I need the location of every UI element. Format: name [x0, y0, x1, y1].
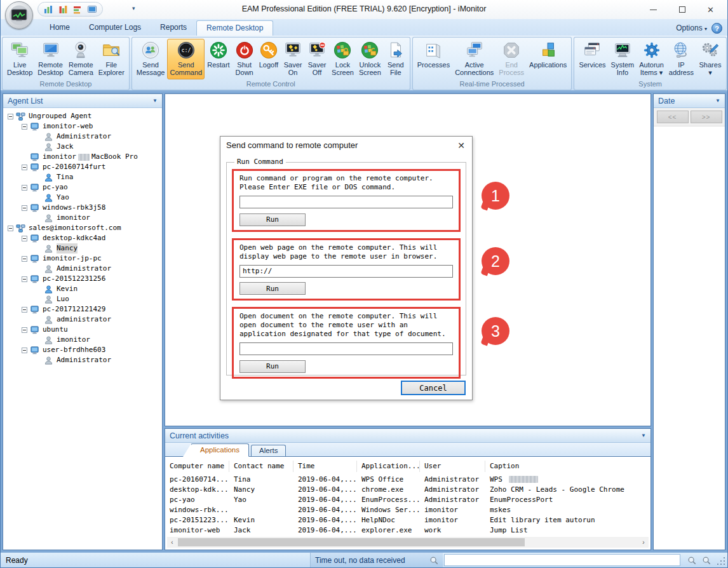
ribbon-button-remote-desktop[interactable]: Remote Desktop [35, 39, 65, 79]
ribbon-button-send-message[interactable]: Send Message [134, 39, 168, 79]
horizontal-scrollbar[interactable]: ‹ › [167, 537, 649, 548]
tab-applications[interactable]: Applications [191, 443, 249, 457]
table-row[interactable]: pc-20160714...Tina2019-06-04,...WPS Offi… [165, 474, 650, 484]
table-row[interactable]: imonitor-webJack2019-06-04,...explorer.e… [165, 525, 650, 535]
tree-expand-icon[interactable] [22, 124, 27, 130]
ribbon-button-live-desktop[interactable]: Live Desktop [4, 39, 35, 79]
column-header-application[interactable]: Application... [357, 461, 420, 472]
ribbon-button-active-connections[interactable]: Active Connections [452, 39, 496, 79]
ribbon-button-logoff[interactable]: Logoff [257, 39, 281, 79]
tab-reports[interactable]: Reports [151, 20, 196, 36]
scroll-left-icon[interactable]: ‹ [167, 539, 177, 546]
close-button[interactable]: ✕ [696, 0, 725, 19]
options-menu[interactable]: Options ▾ [676, 24, 707, 32]
ribbon-button-remote-camera[interactable]: Remote Camera [66, 39, 96, 79]
tree-expand-icon[interactable] [22, 327, 27, 333]
tree-user-yao[interactable]: Yao [5, 193, 162, 203]
ribbon-button-restart[interactable]: Restart [205, 39, 232, 79]
tree-computer-pc-20160714furt[interactable]: pc-20160714furt [5, 162, 162, 172]
scrollbar-thumb[interactable] [178, 538, 525, 546]
ribbon-button-send-file[interactable]: Send File [384, 39, 408, 79]
tree-expand-icon[interactable] [22, 205, 27, 211]
ribbon-button-system-info[interactable]: System Info [609, 39, 637, 79]
search-icon[interactable] [687, 556, 696, 565]
ribbon-button-saver-off[interactable]: Saver Off [305, 39, 329, 79]
ribbon-button-shares[interactable]: Shares ▾ [696, 39, 724, 79]
tab-alerts[interactable]: Alerts [251, 445, 286, 456]
tree-user-kevin[interactable]: Kevin [5, 284, 162, 294]
tree-computer-imonitor-jp-pc[interactable]: imonitor-jp-pc [5, 254, 162, 264]
tree-expand-icon[interactable] [22, 236, 27, 241]
column-header-contact-name[interactable]: Contact name [229, 461, 293, 472]
ribbon-button-lock-screen[interactable]: Lock Screen [329, 39, 356, 79]
minimize-button[interactable] [639, 0, 668, 19]
run-button-1[interactable]: Run [239, 213, 306, 226]
tree-computer-windows-rbk3j58[interactable]: windows-rbk3j58 [5, 203, 162, 213]
column-header-computer-name[interactable]: Computer name [165, 461, 229, 472]
run-button-2[interactable]: Run [239, 282, 306, 295]
close-icon[interactable]: ✕ [456, 140, 466, 151]
dialog-title-bar[interactable]: Send command to remote computer ✕ [220, 137, 472, 154]
tree-expand-icon[interactable] [8, 114, 13, 119]
tree-computer-pc-yao[interactable]: pc-yao [5, 182, 162, 193]
ribbon-button-autorun-items[interactable]: Autorun Items ▾ [637, 39, 666, 79]
ribbon-button-send-command[interactable]: c:/Send Command [167, 39, 205, 79]
ribbon-button-shut-down[interactable]: Shut Down [233, 39, 257, 79]
ribbon-button-services[interactable]: Services [576, 39, 608, 79]
tree-user-imonitor[interactable]: imonitor [5, 213, 162, 223]
tree-computer-desktop-kdkc4ad[interactable]: desktop-kdkc4ad [5, 233, 162, 243]
tree-user-jack[interactable]: Jack [5, 142, 162, 152]
tree-user-imonitor[interactable]: imonitor [5, 335, 162, 345]
tree-expand-icon[interactable] [22, 348, 27, 353]
ribbon-button-saver-on[interactable]: Saver On [281, 39, 305, 79]
tree-expand-icon[interactable] [22, 185, 27, 191]
status-search-input[interactable] [444, 554, 680, 566]
tree-computer-user-bfrdhhe603[interactable]: user-bfrdhhe603 [5, 345, 162, 355]
app-logo-icon[interactable] [5, 1, 33, 29]
tree-computer-imonitor[interactable]: imonitorMacBook Pro [5, 152, 162, 162]
tab-remote-desktop[interactable]: Remote Desktop [196, 20, 273, 36]
tree-computer-imonitor-web[interactable]: imonitor-web [5, 121, 162, 132]
tree-user-administrator[interactable]: Administrator [5, 132, 162, 142]
tree-computer-pc-201512231256[interactable]: pc-201512231256 [5, 274, 162, 284]
search-icon[interactable] [702, 556, 711, 565]
column-header-user[interactable]: User [420, 461, 485, 472]
collapse-arrow-icon[interactable]: ▼ [715, 98, 720, 104]
date-next-button[interactable]: >> [691, 111, 722, 123]
date-prev-button[interactable]: << [657, 111, 689, 123]
tree-user-luo[interactable]: Luo [5, 294, 162, 304]
tree-expand-icon[interactable] [22, 256, 27, 262]
scroll-right-icon[interactable]: › [638, 539, 649, 546]
resize-grip[interactable] [717, 553, 727, 567]
tab-home[interactable]: Home [40, 20, 79, 36]
collapse-arrow-icon[interactable]: ▼ [641, 433, 646, 438]
tree-computer-ubuntu[interactable]: ubuntu [5, 325, 162, 335]
command-input[interactable] [239, 196, 453, 208]
tree-group-ungrouped-agent[interactable]: Ungrouped Agent [5, 111, 162, 121]
ribbon-button-processes[interactable]: Processes [415, 39, 452, 79]
tree-group-sales-imonitorsoft-com[interactable]: sales@imonitorsoft.com [5, 223, 162, 233]
tree-expand-icon[interactable] [8, 226, 13, 231]
cancel-button[interactable]: Cancel [401, 381, 466, 395]
ribbon-button-ip-address[interactable]: IP address [666, 39, 696, 79]
tree-expand-icon[interactable] [22, 307, 27, 313]
tree-user-administrator[interactable]: Administrator [5, 355, 162, 365]
tab-computer-logs[interactable]: Computer Logs [79, 20, 151, 36]
tree-expand-icon[interactable] [22, 165, 27, 170]
table-row[interactable]: desktop-kdk...Nancy2019-06-04,...chrome.… [165, 484, 650, 494]
ribbon-button-unlock-screen[interactable]: Unlock Screen [356, 39, 384, 79]
ribbon-button-applications[interactable]: Applications [527, 39, 569, 79]
tree-user-tina[interactable]: Tina [5, 172, 162, 182]
help-icon[interactable]: ? [711, 23, 722, 34]
collapse-arrow-icon[interactable]: ▼ [152, 98, 158, 104]
search-icon[interactable] [429, 556, 438, 565]
ribbon-button-file-explorer[interactable]: File Explorer [96, 39, 127, 79]
url-input[interactable] [239, 265, 453, 278]
tree-user-nancy[interactable]: Nancy [5, 243, 162, 254]
table-row[interactable]: pc-yaoYao2019-06-04,...EnumProcess...Adm… [165, 494, 650, 504]
tree-computer-pc-201712121429[interactable]: pc-201712121429 [5, 304, 162, 314]
tree-user-administrator[interactable]: administrator [5, 314, 162, 325]
run-button-3[interactable]: Run [239, 360, 306, 373]
column-header-time[interactable]: Time [293, 461, 357, 472]
document-input[interactable] [239, 342, 453, 355]
